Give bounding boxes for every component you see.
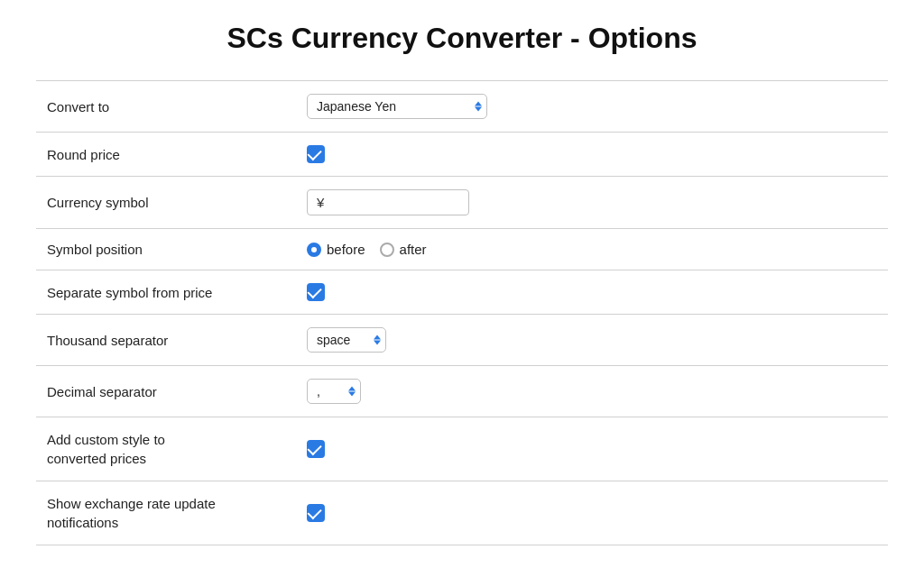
label-thousand-separator: Thousand separator (36, 315, 289, 366)
row-thousand-separator: Thousand separator space comma period no… (36, 315, 888, 366)
options-table: Convert to Japanese Yen US Dollar Euro B… (36, 80, 888, 545)
label-convert-to: Convert to (36, 81, 289, 133)
radio-after-circle (380, 243, 394, 257)
field-custom-style (289, 417, 888, 481)
label-currency-symbol: Currency symbol (36, 177, 289, 229)
field-convert-to: Japanese Yen US Dollar Euro British Poun… (289, 81, 888, 133)
label-decimal-separator: Decimal separator (36, 366, 289, 417)
reset-button-row: Reset exchange rates (36, 545, 888, 568)
symbol-position-radio-group: before after (307, 242, 881, 257)
row-currency-symbol: Currency symbol (36, 177, 888, 229)
field-thousand-separator: space comma period none (289, 315, 888, 366)
radio-before[interactable]: before (307, 242, 365, 257)
radio-after[interactable]: after (380, 242, 427, 257)
row-decimal-separator: Decimal separator , . (36, 366, 888, 417)
label-show-exchange-notifications: Show exchange rate update notifications (36, 481, 289, 545)
row-symbol-position: Symbol position before after (36, 229, 888, 270)
field-decimal-separator: , . (289, 366, 888, 417)
page-title: SCs Currency Converter - Options (36, 22, 888, 55)
row-convert-to: Convert to Japanese Yen US Dollar Euro B… (36, 81, 888, 133)
custom-style-label-text: Add custom style to converted prices (47, 432, 165, 466)
show-exchange-label-text: Show exchange rate update notifications (47, 496, 216, 530)
thousand-separator-wrapper: space comma period none (307, 327, 386, 353)
row-custom-style: Add custom style to converted prices (36, 417, 888, 481)
custom-style-checkbox[interactable] (307, 440, 325, 458)
label-custom-style: Add custom style to converted prices (36, 417, 289, 481)
field-currency-symbol (289, 177, 888, 229)
field-separate-symbol (289, 270, 888, 315)
separate-symbol-checkbox[interactable] (307, 283, 325, 301)
convert-to-select-wrapper: Japanese Yen US Dollar Euro British Poun… (307, 94, 487, 119)
thousand-separator-select[interactable]: space comma period none (307, 327, 386, 353)
field-show-exchange-notifications (289, 481, 888, 545)
radio-after-label: after (400, 242, 427, 257)
field-round-price (289, 133, 888, 177)
round-price-checkbox[interactable] (307, 145, 325, 163)
row-round-price: Round price (36, 133, 888, 177)
label-separate-symbol: Separate symbol from price (36, 270, 289, 315)
show-exchange-notifications-checkbox[interactable] (307, 504, 325, 522)
field-symbol-position: before after (289, 229, 888, 270)
decimal-separator-select[interactable]: , . (307, 379, 361, 404)
row-separate-symbol: Separate symbol from price (36, 270, 888, 315)
decimal-separator-wrapper: , . (307, 379, 361, 404)
currency-symbol-input[interactable] (307, 189, 469, 215)
radio-before-label: before (327, 242, 365, 257)
radio-before-circle (307, 243, 321, 257)
row-show-exchange-notifications: Show exchange rate update notifications (36, 481, 888, 545)
label-symbol-position: Symbol position (36, 229, 289, 270)
label-round-price: Round price (36, 133, 289, 177)
convert-to-select[interactable]: Japanese Yen US Dollar Euro British Poun… (307, 94, 487, 119)
